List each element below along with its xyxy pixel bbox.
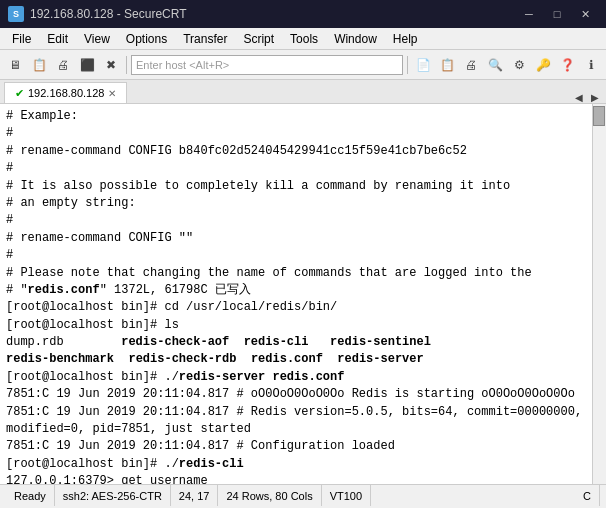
status-ready: Ready xyxy=(6,485,55,506)
menu-tools[interactable]: Tools xyxy=(282,30,326,48)
status-ssh: ssh2: AES-256-CTR xyxy=(55,485,171,506)
maximize-button[interactable]: □ xyxy=(544,5,570,23)
window-controls[interactable]: ─ □ ✕ xyxy=(516,5,598,23)
status-mode: VT100 xyxy=(322,485,371,506)
toolbar-separator-2 xyxy=(407,56,408,74)
toolbar-btn-key[interactable]: 🔑 xyxy=(532,54,554,76)
toolbar-btn-info[interactable]: ℹ xyxy=(580,54,602,76)
scrollbar-thumb[interactable] xyxy=(593,106,605,126)
menu-help[interactable]: Help xyxy=(385,30,426,48)
menu-view[interactable]: View xyxy=(76,30,118,48)
menu-window[interactable]: Window xyxy=(326,30,385,48)
tab-nav-right[interactable]: ▶ xyxy=(588,92,602,103)
menu-bar: File Edit View Options Transfer Script T… xyxy=(0,28,606,50)
window-title: 192.168.80.128 - SecureCRT xyxy=(30,7,187,21)
tab-check-icon: ✔ xyxy=(15,87,24,100)
toolbar-btn-2[interactable]: 📋 xyxy=(28,54,50,76)
toolbar-btn-1[interactable]: 🖥 xyxy=(4,54,26,76)
app-icon: S xyxy=(8,6,24,22)
toolbar-btn-print[interactable]: 🖨 xyxy=(460,54,482,76)
menu-file[interactable]: File xyxy=(4,30,39,48)
tab-navigation[interactable]: ◀ ▶ xyxy=(572,92,602,103)
address-bar[interactable]: Enter host <Alt+R> xyxy=(131,55,403,75)
status-size: 24 Rows, 80 Cols xyxy=(218,485,321,506)
address-bar-placeholder: Enter host <Alt+R> xyxy=(136,59,229,71)
toolbar-btn-5[interactable]: ✖ xyxy=(100,54,122,76)
menu-edit[interactable]: Edit xyxy=(39,30,76,48)
toolbar-btn-4[interactable]: ⬛ xyxy=(76,54,98,76)
close-button[interactable]: ✕ xyxy=(572,5,598,23)
toolbar: 🖥 📋 🖨 ⬛ ✖ Enter host <Alt+R> 📄 📋 🖨 🔍 ⚙ 🔑… xyxy=(0,50,606,80)
toolbar-btn-copy[interactable]: 📄 xyxy=(412,54,434,76)
toolbar-btn-help[interactable]: ❓ xyxy=(556,54,578,76)
toolbar-separator-1 xyxy=(126,56,127,74)
title-bar: S 192.168.80.128 - SecureCRT ─ □ ✕ xyxy=(0,0,606,28)
status-right: C xyxy=(575,485,600,506)
tab-nav-left[interactable]: ◀ xyxy=(572,92,586,103)
toolbar-btn-paste[interactable]: 📋 xyxy=(436,54,458,76)
tab-session[interactable]: ✔ 192.168.80.128 ✕ xyxy=(4,82,127,103)
menu-script[interactable]: Script xyxy=(235,30,282,48)
status-position: 24, 17 xyxy=(171,485,219,506)
terminal-area[interactable]: # Example: # # rename-command CONFIG b84… xyxy=(0,104,606,484)
minimize-button[interactable]: ─ xyxy=(516,5,542,23)
menu-transfer[interactable]: Transfer xyxy=(175,30,235,48)
status-bar: Ready ssh2: AES-256-CTR 24, 17 24 Rows, … xyxy=(0,484,606,506)
title-bar-left: S 192.168.80.128 - SecureCRT xyxy=(8,6,187,22)
tab-label: 192.168.80.128 xyxy=(28,87,104,99)
vertical-scrollbar[interactable] xyxy=(592,104,606,484)
tab-bar: ✔ 192.168.80.128 ✕ ◀ ▶ xyxy=(0,80,606,104)
toolbar-btn-settings[interactable]: ⚙ xyxy=(508,54,530,76)
toolbar-btn-search[interactable]: 🔍 xyxy=(484,54,506,76)
toolbar-btn-3[interactable]: 🖨 xyxy=(52,54,74,76)
tab-close-button[interactable]: ✕ xyxy=(108,88,116,99)
menu-options[interactable]: Options xyxy=(118,30,175,48)
terminal-content: # Example: # # rename-command CONFIG b84… xyxy=(6,108,600,484)
